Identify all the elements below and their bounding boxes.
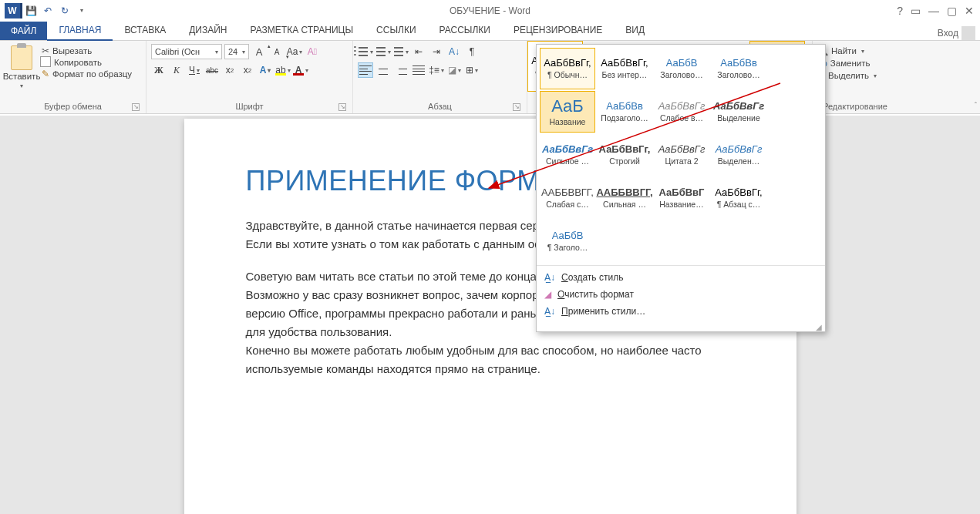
superscript-button[interactable]: x2	[240, 62, 255, 78]
paste-icon	[11, 45, 32, 70]
bullets-button[interactable]	[358, 44, 373, 59]
file-tab[interactable]: ФАЙЛ	[0, 22, 47, 40]
decrease-indent-button[interactable]: ⇤	[411, 44, 426, 59]
font-color-button[interactable]: A	[293, 62, 308, 78]
resize-grip-icon[interactable]: ◢	[537, 323, 825, 331]
bold-button[interactable]: Ж	[151, 62, 167, 78]
clear-formatting-button[interactable]: A⃠	[305, 44, 320, 59]
paragraph-group-label: Абзац	[428, 102, 452, 111]
font-size-combo[interactable]: 24▾	[224, 44, 249, 59]
align-right-button[interactable]	[393, 62, 409, 78]
style-gallery-item[interactable]: АаБбВвГгСильное …	[540, 134, 595, 176]
tab-рецензирование[interactable]: РЕЦЕНЗИРОВАНИЕ	[502, 21, 614, 40]
style-gallery-item[interactable]: АаБбВвГг,¶ Обычн…	[540, 48, 595, 89]
editing-group-label: Редактирование	[823, 102, 887, 111]
highlight-button[interactable]: ab	[275, 62, 291, 78]
style-gallery-item[interactable]: АаБбВЗаголово…	[654, 48, 709, 89]
style-gallery-item[interactable]: ААББВВГГ,Сильная …	[597, 177, 652, 219]
tab-ссылки[interactable]: ССЫЛКИ	[365, 21, 427, 40]
align-center-button[interactable]	[375, 62, 391, 78]
style-gallery-item[interactable]: АаБбВ¶ Заголо…	[540, 220, 595, 262]
style-gallery-item[interactable]: АаБбВвЗаголово…	[711, 48, 766, 89]
paragraph-launcher[interactable]: ↘	[513, 103, 520, 111]
document-area: ПРИМЕНЕНИЕ ФОРМАТИРОВАНИЯ Здравствуйте, …	[0, 116, 980, 514]
ribbon-display-options-icon[interactable]: ▭	[911, 5, 921, 17]
clipboard-group-label: Буфер обмена	[44, 102, 102, 111]
create-style-item[interactable]: А̲↓Создать стиль	[537, 269, 825, 286]
shading-button[interactable]: ◪	[446, 62, 462, 78]
sort-button[interactable]: A↓	[446, 44, 462, 59]
font-launcher[interactable]: ↘	[338, 103, 346, 111]
maximize-icon[interactable]: ▢	[947, 5, 957, 17]
styles-gallery-flyout: АаБбВвГг,¶ Обычн…АаБбВвГг,Без интер…АаБб…	[536, 44, 826, 332]
style-gallery-item[interactable]: АаБбВвГг,¶ Абзац с…	[711, 177, 766, 219]
paste-label: Вставить	[3, 72, 41, 81]
change-case-button[interactable]: Aa	[287, 44, 302, 59]
underline-button[interactable]: Ч	[187, 62, 202, 78]
select-button[interactable]: ↖Выделить▾	[817, 70, 877, 81]
paragraph-4[interactable]: Конечно вы можете работать любым удобным…	[246, 341, 735, 378]
window-title: ОБУЧЕНИЕ - Word	[0, 5, 980, 16]
line-spacing-button[interactable]: ‡≡	[429, 62, 444, 78]
avatar-icon[interactable]	[961, 26, 975, 40]
qat-customize-caret[interactable]: ▾	[76, 5, 88, 17]
clear-formatting-item[interactable]: ◢Очистить формат	[537, 286, 825, 303]
tab-разметка страницы[interactable]: РАЗМЕТКА СТРАНИЦЫ	[239, 21, 365, 40]
tab-главная[interactable]: ГЛАВНАЯ	[47, 21, 113, 41]
format-painter-button[interactable]: ✎Формат по образцу	[42, 69, 132, 79]
font-name-combo[interactable]: Calibri (Осн▾	[151, 44, 222, 59]
multilevel-button[interactable]	[393, 44, 409, 59]
tab-рассылки[interactable]: РАССЫЛКИ	[428, 21, 502, 40]
style-gallery-item[interactable]: АаБбВвГгВыделение	[711, 91, 766, 133]
redo-icon[interactable]: ↻	[59, 5, 71, 17]
apply-styles-icon: А̲↓	[544, 306, 555, 317]
create-style-icon: А̲↓	[544, 272, 555, 283]
save-icon[interactable]: 💾	[25, 5, 37, 17]
style-gallery-item[interactable]: АаБбВвПодзаголо…	[597, 91, 652, 133]
copy-button[interactable]: Копировать	[42, 58, 132, 67]
style-gallery-item[interactable]: АаБбВвГг,Без интер…	[597, 48, 652, 89]
style-gallery-item[interactable]: ААББВВГГ,Слабая с…	[540, 177, 595, 219]
tab-вставка[interactable]: ВСТАВКА	[113, 21, 177, 40]
style-gallery-item[interactable]: АаБбВвГгСлабое в…	[654, 91, 709, 133]
replace-button[interactable]: abЗаменить	[817, 59, 877, 68]
minimize-icon[interactable]: —	[928, 5, 939, 17]
cut-button[interactable]: ✂Вырезать	[42, 45, 132, 56]
subscript-button[interactable]: x2	[222, 62, 237, 78]
help-icon[interactable]: ?	[897, 5, 903, 17]
close-icon[interactable]: ✕	[965, 5, 974, 17]
style-gallery-item[interactable]: АаБНазвание	[540, 91, 595, 133]
strikethrough-button[interactable]: abc	[204, 62, 220, 78]
undo-icon[interactable]: ↶	[42, 5, 54, 17]
style-gallery-item[interactable]: АаБбВвГгВыделен…	[711, 134, 766, 176]
justify-button[interactable]	[411, 62, 426, 78]
borders-button[interactable]: ⊞	[464, 62, 480, 78]
shrink-font-button[interactable]: A	[269, 44, 285, 59]
eraser-icon: ◢	[544, 289, 551, 300]
style-gallery-item[interactable]: АаБбВвГНазвание…	[654, 177, 709, 219]
style-gallery-item[interactable]: АаБбВвГгЦитата 2	[654, 134, 709, 176]
clipboard-launcher[interactable]: ↘	[132, 103, 140, 111]
brush-icon: ✎	[42, 69, 49, 79]
scissors-icon: ✂	[42, 45, 49, 56]
paste-button[interactable]: Вставить ▾	[5, 44, 39, 100]
font-group-label: Шрифт	[235, 102, 263, 111]
tab-дизайн[interactable]: ДИЗАЙН	[177, 21, 238, 40]
copy-icon	[42, 58, 51, 67]
apply-styles-item[interactable]: А̲↓Применить стили…	[537, 303, 825, 320]
increase-indent-button[interactable]: ⇥	[429, 44, 444, 59]
show-marks-button[interactable]: ¶	[464, 44, 480, 59]
numbering-button[interactable]	[375, 44, 391, 59]
word-app-icon: W	[5, 3, 20, 18]
align-left-button[interactable]	[358, 62, 373, 78]
login-link[interactable]: Вход	[938, 28, 958, 39]
italic-button[interactable]: К	[169, 62, 184, 78]
collapse-ribbon-icon[interactable]: ˆ	[975, 102, 977, 110]
text-effects-button[interactable]: A	[258, 62, 273, 78]
grow-font-button[interactable]: A	[251, 44, 267, 59]
tab-вид[interactable]: ВИД	[614, 21, 656, 40]
style-gallery-item[interactable]: АаБбВвГг,Строгий	[597, 134, 652, 176]
find-button[interactable]: 🔍Найти▾	[817, 45, 877, 56]
